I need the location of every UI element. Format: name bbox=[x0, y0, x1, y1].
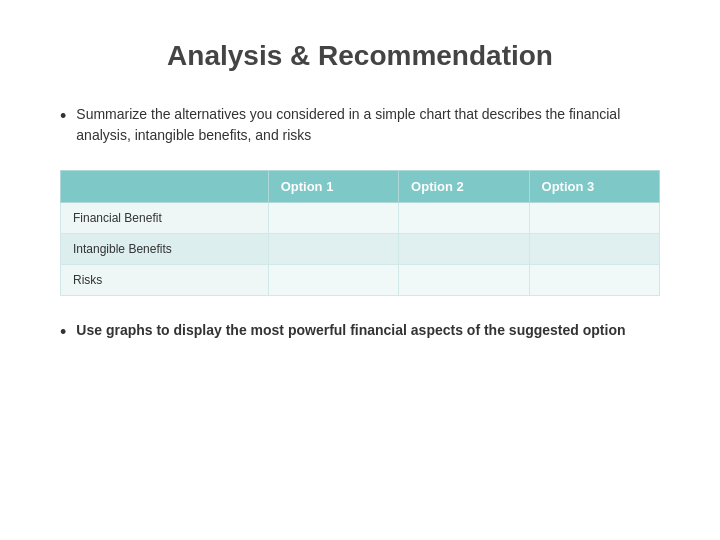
row-label-intangible: Intangible Benefits bbox=[61, 234, 269, 265]
table-body: Financial Benefit Intangible Benefits Ri… bbox=[61, 203, 660, 296]
bullet-text-1: Summarize the alternatives you considere… bbox=[76, 104, 660, 146]
bullet-item-2: • Use graphs to display the most powerfu… bbox=[60, 320, 660, 345]
bullet-item-1: • Summarize the alternatives you conside… bbox=[60, 104, 660, 146]
row-risks-col3 bbox=[529, 265, 659, 296]
row-financial-col1 bbox=[268, 203, 398, 234]
row-financial-col2 bbox=[399, 203, 529, 234]
row-label-financial: Financial Benefit bbox=[61, 203, 269, 234]
row-risks-col1 bbox=[268, 265, 398, 296]
bullet-section-1: • Summarize the alternatives you conside… bbox=[60, 104, 660, 296]
bullet-dot-2: • bbox=[60, 320, 66, 345]
slide: Analysis & Recommendation • Summarize th… bbox=[0, 0, 720, 540]
table-header-row: Option 1 Option 2 Option 3 bbox=[61, 171, 660, 203]
row-intangible-col2 bbox=[399, 234, 529, 265]
table-row: Intangible Benefits bbox=[61, 234, 660, 265]
row-label-risks: Risks bbox=[61, 265, 269, 296]
table-header-col2: Option 2 bbox=[399, 171, 529, 203]
comparison-table: Option 1 Option 2 Option 3 Financial Ben… bbox=[60, 170, 660, 296]
bullet-dot-1: • bbox=[60, 104, 66, 129]
slide-title: Analysis & Recommendation bbox=[60, 40, 660, 72]
table-header-col3: Option 3 bbox=[529, 171, 659, 203]
table-row: Financial Benefit bbox=[61, 203, 660, 234]
bullet-text-2: Use graphs to display the most powerful … bbox=[76, 320, 660, 341]
row-risks-col2 bbox=[399, 265, 529, 296]
row-financial-col3 bbox=[529, 203, 659, 234]
row-intangible-col3 bbox=[529, 234, 659, 265]
table-header-empty bbox=[61, 171, 269, 203]
row-intangible-col1 bbox=[268, 234, 398, 265]
table-header-col1: Option 1 bbox=[268, 171, 398, 203]
table-row: Risks bbox=[61, 265, 660, 296]
